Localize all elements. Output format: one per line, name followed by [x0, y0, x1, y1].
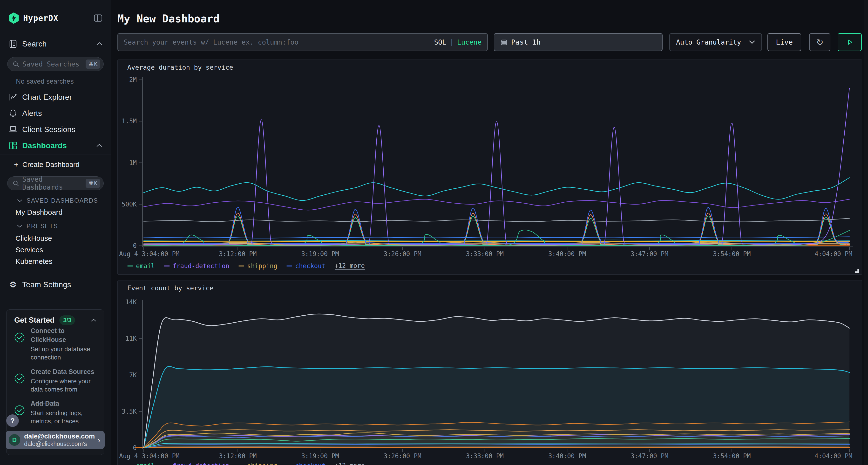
granularity-select[interactable]: Auto Granularity	[669, 33, 762, 51]
sidebar-collapse-icon[interactable]	[94, 13, 103, 23]
avatar: D	[9, 434, 20, 446]
x-axis-tick-label: 3:19:00 PM	[301, 250, 339, 258]
bell-icon	[9, 109, 18, 117]
saved-searches-input[interactable]: Saved Searches ⌘K	[7, 57, 104, 71]
chevron-up-icon[interactable]	[96, 143, 103, 148]
legend-more-link[interactable]: +12 more	[335, 462, 365, 465]
series-other-grey	[144, 218, 849, 222]
run-query-button[interactable]	[838, 33, 862, 51]
series-fraud-detection	[144, 88, 849, 245]
shortcut-badge: ⌘K	[86, 179, 100, 188]
presets-section-header[interactable]: PRESETS	[17, 223, 58, 230]
sidebar-item-search[interactable]: Search	[0, 37, 111, 51]
sidebar-link-kubernetes[interactable]: Kubernetes	[16, 257, 52, 266]
legend-item-checkout[interactable]: checkout	[286, 262, 325, 270]
saved-dashboards-input[interactable]: Saved Dashboards ⌘K	[7, 176, 104, 190]
legend-dash-icon	[164, 266, 170, 266]
legend-item-shipping[interactable]: shipping	[239, 462, 277, 465]
chevron-up-icon[interactable]	[90, 318, 97, 322]
get-started-item-datasources[interactable]: Create Data Sources Configure where your…	[14, 367, 99, 393]
user-email: dale@clickhouse.com	[24, 432, 95, 440]
refresh-icon: ↻	[816, 37, 824, 47]
check-circle-icon	[14, 373, 25, 393]
sidebar-link-services[interactable]: Services	[16, 246, 43, 254]
saved-searches-placeholder: Saved Searches	[23, 60, 79, 68]
legend-label: checkout	[295, 262, 325, 270]
lucene-toggle[interactable]: Lucene	[457, 38, 482, 46]
x-axis-tick-label: 3:54:00 PM	[713, 453, 751, 460]
get-started-progress-badge: 3/3	[59, 315, 75, 325]
chevron-right-icon: ›	[98, 435, 100, 445]
create-dashboard-button[interactable]: + Create Dashboard	[14, 160, 80, 169]
legend-item-checkout[interactable]: checkout	[286, 462, 325, 465]
legend-item-email[interactable]: email	[127, 262, 155, 270]
y-axis-tick-label: 3.5K	[122, 408, 137, 415]
granularity-value: Auto Granularity	[676, 38, 741, 46]
chevron-down-icon	[749, 40, 755, 44]
x-axis-tick-label: 3:12:00 PM	[219, 453, 257, 460]
refresh-button[interactable]: ↻	[809, 33, 830, 51]
event-count-chart[interactable]: 03.5K7K11K14KAug 4 3:04:00 PM3:12:00 PM3…	[118, 280, 863, 460]
resize-handle-icon[interactable]	[854, 268, 859, 273]
chart-panel-average-duration: Average duration by service 0500K1M1.5M2…	[117, 60, 862, 275]
legend-item-fraud-detection[interactable]: fraud-detection	[164, 462, 229, 465]
sidebar-link-clickhouse[interactable]: ClickHouse	[16, 234, 52, 242]
saved-dashboards-section-header[interactable]: SAVED DASHBOARDS	[17, 197, 98, 204]
chart-panel-event-count: Event count by service 03.5K7K11K14KAug …	[117, 280, 862, 465]
get-started-item-title: Connect to ClickHouse	[31, 327, 99, 344]
chevron-down-icon	[17, 224, 23, 228]
sidebar-item-client-sessions[interactable]: Client Sessions	[0, 122, 111, 136]
sidebar-item-chart-explorer[interactable]: Chart Explorer	[0, 90, 111, 104]
help-button[interactable]: ?	[6, 414, 19, 427]
event-search-input[interactable]: Search your events w/ Lucene ex. column:…	[117, 33, 488, 51]
saved-dashboards-placeholder: Saved Dashboards	[22, 175, 86, 191]
time-range-picker[interactable]: Past 1h	[494, 33, 662, 51]
get-started-item-add-data[interactable]: Add Data Start sending logs, metrics, or…	[14, 399, 99, 425]
x-axis-tick-label: 3:33:00 PM	[466, 453, 504, 460]
chevron-up-icon[interactable]	[96, 42, 103, 46]
legend-item-fraud-detection[interactable]: fraud-detection	[164, 262, 229, 270]
x-axis-tick-label: 4:04:00 PM	[814, 250, 852, 258]
legend-label: checkout	[295, 462, 325, 465]
sidebar-item-alerts[interactable]: Alerts	[0, 106, 111, 120]
x-axis-tick-label: 3:26:00 PM	[383, 250, 422, 258]
series-other-blue-flat	[144, 237, 849, 238]
legend-label: email	[136, 462, 155, 465]
main-content: My New Dashboard Search your events w/ L…	[111, 0, 863, 465]
x-axis-tick-label: Aug 4 3:04:00 PM	[119, 453, 179, 460]
event-search-placeholder: Search your events w/ Lucene ex. column:…	[124, 38, 299, 46]
get-started-title: Get Started	[14, 316, 55, 325]
legend-more-link[interactable]: +12 more	[335, 262, 365, 270]
x-axis-tick-label: 3:47:00 PM	[630, 453, 669, 460]
sidebar-link-my-dashboard[interactable]: My Dashboard	[16, 208, 62, 217]
legend-item-shipping[interactable]: shipping	[239, 262, 277, 270]
lang-separator: |	[450, 38, 454, 46]
get-started-item-connect[interactable]: Connect to ClickHouse Set up your databa…	[14, 327, 99, 361]
legend-label: email	[136, 262, 155, 270]
x-axis-tick-label: Aug 4 3:04:00 PM	[119, 250, 179, 258]
legend-label: shipping	[247, 262, 277, 270]
legend-label: fraud-detection	[173, 462, 229, 465]
sidebar-item-dashboards[interactable]: Dashboards	[0, 138, 111, 153]
vertical-scrollbar[interactable]	[864, 0, 868, 465]
search-section-icon	[9, 39, 18, 48]
live-button[interactable]: Live	[768, 33, 801, 51]
sidebar-item-team-settings[interactable]: ⚙ Team Settings	[0, 277, 111, 292]
no-saved-searches-text: No saved searches	[16, 77, 74, 85]
x-axis-tick-label: 3:40:00 PM	[548, 250, 586, 258]
legend-item-email[interactable]: email	[127, 462, 155, 465]
legend-item--12-more[interactable]: +12 more	[335, 262, 365, 270]
y-axis-tick-label: 11K	[125, 335, 137, 342]
series-other-cyan	[144, 178, 849, 201]
chevron-down-icon	[17, 199, 23, 203]
x-axis-tick-label: 3:47:00 PM	[630, 250, 669, 258]
sql-toggle[interactable]: SQL	[434, 38, 446, 46]
y-axis-tick-label: 14K	[125, 299, 137, 306]
sidebar-item-label: Dashboards	[22, 141, 67, 150]
x-axis-tick-label: 3:54:00 PM	[713, 250, 751, 258]
sidebar-item-label: Chart Explorer	[22, 93, 72, 102]
user-menu[interactable]: D dale@clickhouse.com dale@clickhouse.co…	[6, 431, 105, 449]
legend-item--12-more[interactable]: +12 more	[335, 462, 365, 465]
average-duration-chart[interactable]: 0500K1M1.5M2MAug 4 3:04:00 PM3:12:00 PM3…	[118, 60, 863, 260]
get-started-header[interactable]: Get Started 3/3	[14, 315, 97, 325]
